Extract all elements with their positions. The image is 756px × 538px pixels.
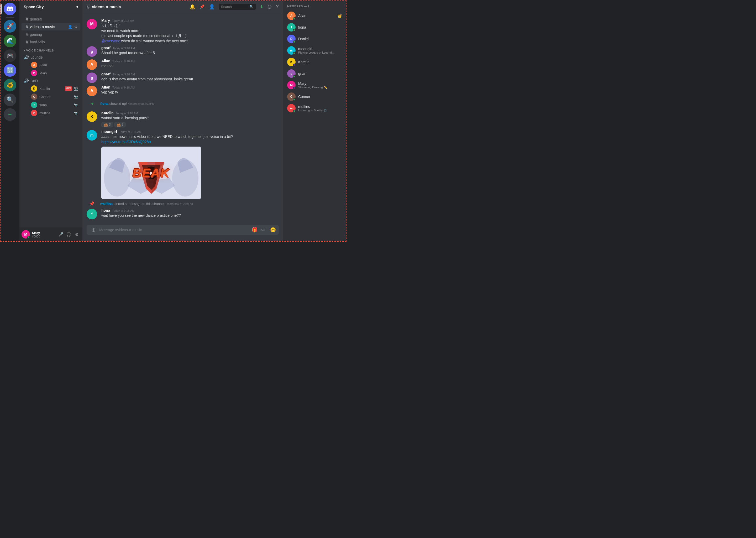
- reaction-count: 3: [122, 123, 124, 126]
- member-item-daniel[interactable]: D Daniel: [285, 33, 344, 45]
- voice-user-katelin[interactable]: K Katelin LIVE 📷: [22, 84, 80, 92]
- member-item-gnarf[interactable]: g gnarf: [285, 68, 344, 79]
- reaction-1[interactable]: 👜 3: [101, 122, 113, 128]
- sidebar-item-general[interactable]: # general: [22, 16, 80, 23]
- add-server-button[interactable]: +: [4, 108, 16, 121]
- voice-section-header[interactable]: ▾ VOICE CHANNELS: [22, 48, 80, 53]
- reaction-2[interactable]: 👜 3: [114, 122, 126, 128]
- mention-icon[interactable]: @: [267, 4, 272, 9]
- reaction-emoji: 👜: [104, 123, 108, 127]
- status-dot: [293, 110, 296, 112]
- main-content: # videos-n-music 🔔 📌 👤 🔍 ⬇ @ ? M Mary To…: [82, 1, 283, 241]
- avatar: K: [31, 85, 37, 92]
- status-dot: [293, 29, 296, 31]
- search-bar[interactable]: 🔍: [219, 4, 256, 10]
- server-icon-wave[interactable]: 🌊: [4, 35, 16, 47]
- settings-button[interactable]: ⚙: [73, 231, 80, 238]
- system-user-muffins: muffins: [100, 202, 113, 206]
- video-link[interactable]: https://youtu.be/OiDx6aQ928o: [101, 140, 151, 144]
- voice-user-muffins[interactable]: m muffins 📷: [22, 109, 80, 117]
- member-item-allan[interactable]: A Allan 👑: [285, 10, 344, 22]
- member-name: muffins: [298, 105, 310, 109]
- member-item-mary[interactable]: M Mary Streaming Drawing ✏️: [285, 79, 344, 91]
- member-avatar: D: [287, 35, 296, 43]
- voice-user-fiona[interactable]: f fiona 📷: [22, 101, 80, 109]
- live-badge-wrap: LIVE 📷: [65, 86, 78, 91]
- voice-channel-lounge[interactable]: 🔊 Lounge: [22, 54, 80, 61]
- voice-channel-name-dnd: DnD: [30, 79, 38, 83]
- sidebar-item-videos-n-music[interactable]: # videos-n-music 👤 ⚙: [22, 23, 80, 30]
- member-item-fiona[interactable]: f fiona: [285, 22, 344, 33]
- emoji-icon[interactable]: 😊: [269, 226, 277, 234]
- member-item-katelin[interactable]: K Katelin: [285, 56, 344, 68]
- voice-channel-dnd[interactable]: 🔊 DnD: [22, 77, 80, 84]
- status-dot: [293, 17, 296, 20]
- hash-icon: #: [26, 25, 28, 29]
- video-embed[interactable]: BEAK: [101, 146, 201, 199]
- avatar: m: [31, 110, 37, 116]
- gift-icon[interactable]: 🎁: [251, 226, 258, 234]
- add-file-button[interactable]: ⊕: [89, 225, 98, 235]
- input-right-icons: 🎁 GIF 😊: [251, 226, 277, 234]
- server-icon-fish[interactable]: 🐠: [4, 79, 16, 91]
- member-item-moongirl[interactable]: m moongirl Playing League of Legends 🎮: [285, 45, 344, 56]
- voice-user-conner[interactable]: C Conner 📷: [22, 93, 80, 101]
- message-time: Today at 9:18 AM: [119, 130, 141, 134]
- server-name: Space City: [24, 4, 44, 9]
- server-header[interactable]: Space City ▾: [20, 1, 82, 13]
- message-time: Today at 9:18 AM: [116, 112, 138, 115]
- system-message-pin: 📌 muffins pinned a message to this chann…: [82, 200, 283, 207]
- member-avatar: C: [287, 92, 296, 101]
- help-icon[interactable]: ?: [276, 4, 279, 10]
- avatar: K: [87, 111, 97, 122]
- avatar: f: [31, 102, 37, 108]
- member-status: Listening to Spotify 🎵: [298, 109, 335, 112]
- user-controls: 🎤 🎧 ⚙: [57, 231, 80, 238]
- message-header: moongirl Today at 9:18 AM: [101, 130, 279, 134]
- member-name: Conner: [298, 94, 310, 99]
- search-input[interactable]: [221, 5, 248, 9]
- message-input[interactable]: [99, 225, 250, 235]
- sidebar-item-gaming[interactable]: # gaming: [22, 31, 80, 38]
- message-group: K Katelin Today at 9:18 AM wanna start a…: [82, 110, 283, 129]
- voice-user-allan[interactable]: A Allan: [22, 61, 80, 69]
- settings-icon[interactable]: ⚙: [73, 25, 78, 29]
- gif-button[interactable]: GIF: [260, 228, 267, 232]
- pin-icon[interactable]: 📌: [200, 4, 205, 9]
- voice-user-name-conner: Conner: [39, 95, 51, 99]
- deafen-button[interactable]: 🎧: [65, 231, 72, 238]
- avatar: M: [31, 70, 37, 76]
- message-content: Allan Today at 9:18 AM me too!: [101, 59, 279, 70]
- channel-name-gaming: gaming: [30, 32, 42, 36]
- member-name: Mary: [298, 81, 306, 86]
- server-icon-num[interactable]: 🔢: [4, 64, 16, 77]
- avatar: g: [87, 46, 97, 57]
- discord-home-button[interactable]: [4, 3, 16, 15]
- message-text: me too!: [101, 64, 279, 69]
- avatar: A: [87, 86, 97, 96]
- bell-icon[interactable]: 🔔: [190, 4, 195, 10]
- mute-button[interactable]: 🎤: [57, 231, 65, 238]
- sidebar-item-food-fails[interactable]: # food-fails: [22, 38, 80, 46]
- server-icon-boat[interactable]: 🚀: [4, 20, 16, 32]
- members-panel: MEMBERS — 9 A Allan 👑 f fiona D Dani: [283, 1, 346, 241]
- message-content: moongirl Today at 9:18 AM aaaa their new…: [101, 130, 279, 199]
- members-header: MEMBERS — 9: [285, 5, 344, 8]
- message-group: A Allan Today at 9:18 AM yep yep ty: [82, 84, 283, 97]
- hash-icon: #: [26, 17, 28, 22]
- voice-user-name-mary: Mary: [39, 71, 47, 75]
- member-name: gnarf: [298, 72, 307, 76]
- add-member-icon[interactable]: 👤: [68, 25, 72, 29]
- server-icon-search[interactable]: 🔍: [4, 93, 16, 106]
- member-item-muffins[interactable]: m muffins Listening to Spotify 🎵: [285, 102, 344, 114]
- member-avatar: m: [287, 46, 296, 55]
- message-time: Today at 9:18 AM: [112, 209, 134, 212]
- members-icon[interactable]: 👤: [209, 4, 215, 10]
- server-icon-game[interactable]: 🎮: [4, 49, 16, 62]
- search-icon: 🔍: [249, 5, 254, 9]
- hash-icon: #: [26, 32, 28, 37]
- member-item-conner[interactable]: C Conner: [285, 91, 344, 102]
- voice-user-mary[interactable]: M Mary: [22, 69, 80, 77]
- download-icon[interactable]: ⬇: [260, 4, 263, 9]
- message-text: wanna start a listening party?: [101, 116, 279, 121]
